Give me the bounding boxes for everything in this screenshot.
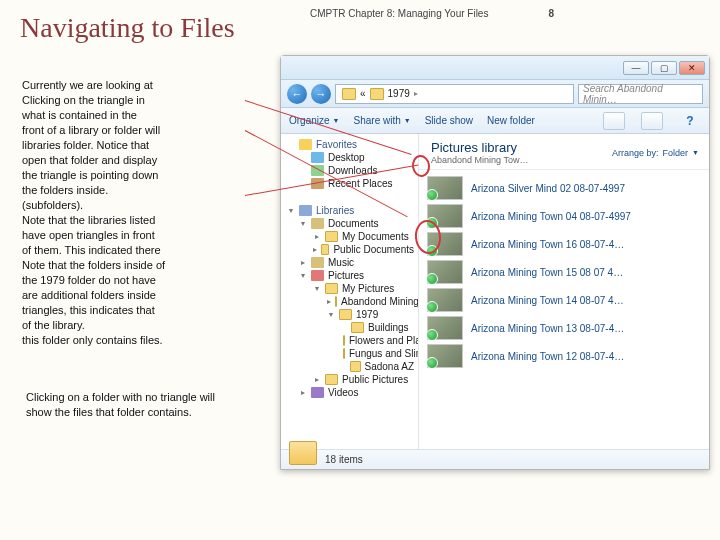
triangle-right-icon[interactable] (299, 258, 307, 267)
triangle-down-icon[interactable] (327, 310, 335, 319)
forward-button[interactable]: → (311, 84, 331, 104)
chevron-down-icon: ▼ (333, 117, 340, 124)
crumb-back[interactable]: « (360, 88, 366, 99)
maximize-button[interactable]: ▢ (651, 61, 677, 75)
share-menu[interactable]: Share with▼ (354, 115, 411, 126)
slide-header: CMPTR Chapter 8: Managing Your Files 8 (310, 8, 710, 19)
library-title: Pictures library (431, 140, 528, 155)
list-item[interactable]: Arizona Mining Town 12 08-07-4… (427, 342, 701, 370)
folder-icon (325, 374, 338, 385)
folder-icon (342, 88, 356, 100)
library-subtitle: Abandond Mining Tow… (431, 155, 528, 165)
tree-downloads: Downloads (281, 164, 418, 177)
search-input[interactable]: Search Abandond Minin… (578, 84, 703, 104)
triangle-right-icon[interactable] (299, 388, 307, 397)
navigation-tree[interactable]: Favorites Desktop Downloads Recent Place… (281, 134, 419, 449)
thumbnail-icon (427, 344, 463, 368)
folder-icon (351, 322, 364, 333)
tree-sadona: Sadona AZ (281, 360, 418, 373)
tree-recent: Recent Places (281, 177, 418, 190)
tree-pictures: Pictures (281, 269, 418, 282)
tree-favorites: Favorites (281, 138, 418, 151)
chevron-down-icon: ▼ (404, 117, 411, 124)
list-item[interactable]: Arizona Mining Town 15 08 07 4… (427, 258, 701, 286)
chevron-down-icon: ▼ (692, 149, 699, 156)
organize-menu[interactable]: Organize▼ (289, 115, 340, 126)
desktop-icon (311, 152, 324, 163)
tree-my-pictures: My Pictures (281, 282, 418, 295)
back-button[interactable]: ← (287, 84, 307, 104)
thumbnail-icon (427, 204, 463, 228)
breadcrumb[interactable]: « 1979 ▸ (335, 84, 574, 104)
libraries-icon (299, 205, 312, 216)
window-titlebar[interactable]: — ▢ ✕ (281, 56, 709, 80)
address-bar: ← → « 1979 ▸ Search Abandond Minin… (281, 80, 709, 108)
triangle-down-icon[interactable] (313, 284, 321, 293)
thumbnail-icon (427, 232, 463, 256)
folder-icon (289, 441, 317, 465)
view-button[interactable] (603, 112, 625, 130)
crumb-1979[interactable]: 1979 (388, 88, 410, 99)
help-button[interactable]: ? (679, 112, 701, 130)
explanation-paragraph-1: Currently we are looking at Clicking on … (22, 78, 257, 348)
folder-icon (350, 361, 361, 372)
folder-icon (321, 244, 329, 255)
folder-icon (339, 309, 352, 320)
status-bar: 18 items (281, 449, 709, 469)
pictures-icon (311, 270, 324, 281)
command-bar: Organize▼ Share with▼ Slide show New fol… (281, 108, 709, 134)
folder-icon (343, 348, 345, 359)
arrange-by-menu[interactable]: Arrange by: Folder ▼ (612, 148, 699, 158)
chapter-label: CMPTR Chapter 8: Managing Your Files (310, 8, 488, 19)
slideshow-button[interactable]: Slide show (425, 115, 473, 126)
triangle-right-icon[interactable] (327, 297, 331, 306)
tree-videos: Videos (281, 386, 418, 399)
folder-icon (325, 283, 338, 294)
chevron-right-icon[interactable]: ▸ (414, 89, 418, 98)
list-item[interactable]: Arizona Silver Mind 02 08-07-4997 (427, 174, 701, 202)
list-item[interactable]: Arizona Mining Town 13 08-07-4… (427, 314, 701, 342)
documents-icon (311, 218, 324, 229)
tree-public-pictures: Public Pictures (281, 373, 418, 386)
music-icon (311, 257, 324, 268)
list-item[interactable]: Arizona Mining Town 14 08-07 4… (427, 286, 701, 314)
preview-pane-button[interactable] (641, 112, 663, 130)
tree-flowers: Flowers and Plants (281, 334, 418, 347)
minimize-button[interactable]: — (623, 61, 649, 75)
new-folder-button[interactable]: New folder (487, 115, 535, 126)
library-header: Pictures library Abandond Mining Tow… Ar… (419, 134, 709, 170)
triangle-down-icon[interactable] (287, 206, 295, 215)
recent-icon (311, 178, 324, 189)
search-placeholder: Search Abandond Minin… (583, 83, 698, 105)
tree-libraries: Libraries (281, 204, 418, 217)
thumbnail-icon (427, 316, 463, 340)
content-pane: Pictures library Abandond Mining Tow… Ar… (419, 134, 709, 449)
folder-icon (325, 231, 338, 242)
tree-az-folder: Abandond Mining Town AZ (281, 295, 418, 308)
thumbnail-icon (427, 176, 463, 200)
list-item[interactable]: Arizona Mining Town 04 08-07-4997 (427, 202, 701, 230)
close-button[interactable]: ✕ (679, 61, 705, 75)
folder-icon (343, 335, 345, 346)
folder-icon (370, 88, 384, 100)
page-number: 8 (548, 8, 554, 19)
tree-buildings: Buildings (281, 321, 418, 334)
triangle-right-icon[interactable] (313, 375, 321, 384)
triangle-right-icon[interactable] (313, 245, 317, 254)
tree-public-documents: Public Documents (281, 243, 418, 256)
star-icon (299, 139, 312, 150)
tree-fungus: Fungus and Slime (281, 347, 418, 360)
file-list[interactable]: Arizona Silver Mind 02 08-07-4997 Arizon… (419, 170, 709, 449)
list-item[interactable]: Arizona Mining Town 16 08-07-4… (427, 230, 701, 258)
folder-icon (335, 296, 337, 307)
triangle-down-icon[interactable] (299, 219, 307, 228)
tree-documents: Documents (281, 217, 418, 230)
triangle-down-icon[interactable] (299, 271, 307, 280)
tree-1979: 1979 (281, 308, 418, 321)
triangle-right-icon[interactable] (313, 232, 321, 241)
thumbnail-icon (427, 288, 463, 312)
explanation-paragraph-2: Clicking on a folder with no triangle wi… (26, 390, 236, 420)
thumbnail-icon (427, 260, 463, 284)
tree-my-documents: My Documents (281, 230, 418, 243)
tree-music: Music (281, 256, 418, 269)
